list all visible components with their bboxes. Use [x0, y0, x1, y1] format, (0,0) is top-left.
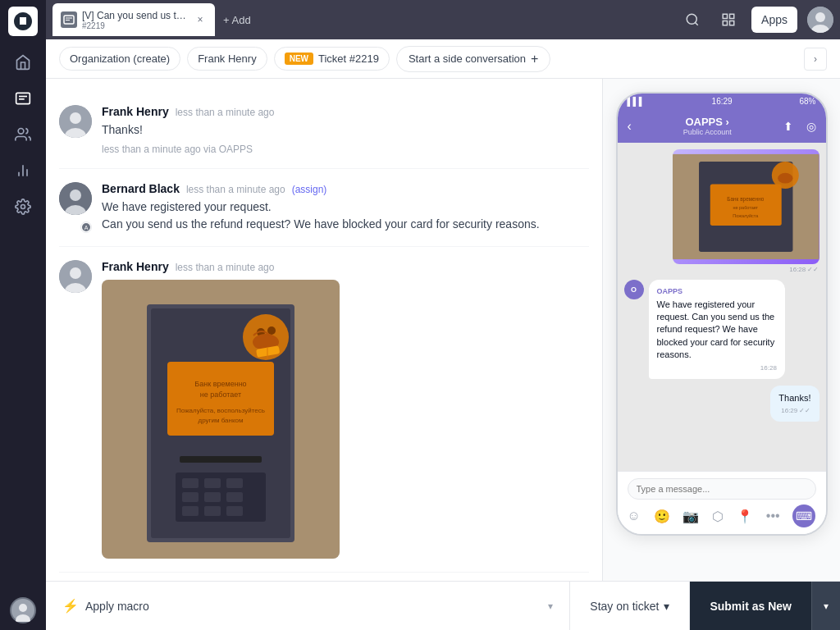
ticket-tab-number: #2219	[82, 21, 189, 30]
zendesk-logo-icon	[14, 12, 32, 30]
svg-text:не работает: не работает	[733, 205, 758, 210]
avatar	[59, 105, 92, 138]
chat-bubble-received: OAPPS We have registered your request. C…	[649, 280, 785, 379]
phone-message-input[interactable]	[628, 478, 816, 500]
chat-received-text: We have registered your request. Can you…	[657, 299, 777, 362]
submit-label: Submit as New	[710, 600, 792, 613]
svg-text:не работает: не работает	[200, 390, 241, 399]
user-avatar-icon	[11, 599, 34, 622]
svg-text:Банк временно: Банк временно	[194, 380, 246, 388]
emoji-icon[interactable]: ☺	[628, 509, 641, 523]
back-icon[interactable]: ‹	[628, 119, 632, 134]
avatar-wrap	[59, 105, 92, 155]
chat-received-bubble: O OAPPS We have registered your request.…	[624, 280, 819, 379]
chat-bubble-sent: Thanks! 16:29 ✓✓	[770, 386, 819, 422]
signal-icon: ▌▌▌	[628, 97, 645, 106]
tickets-icon	[15, 90, 31, 107]
svg-rect-52	[226, 506, 243, 516]
svg-point-9	[19, 604, 27, 612]
share-icon[interactable]: ⬆	[783, 120, 793, 133]
nav-title: OAPPS ›	[638, 116, 777, 128]
breadcrumb-org[interactable]: Organization (create)	[59, 47, 180, 71]
phone-send-button[interactable]: ⌨	[792, 504, 815, 527]
svg-rect-45	[204, 478, 221, 488]
svg-rect-50	[182, 506, 199, 516]
svg-text:Пожалуйста: Пожалуйста	[733, 213, 759, 218]
sidebar-item-home[interactable]	[7, 46, 39, 79]
chat-atm-image: Банк временно не работает Пожалуйста	[673, 149, 819, 264]
agent-badge-icon: A	[82, 223, 90, 231]
message-header: Frank Henry less than a minute ago	[102, 260, 589, 273]
ticket-tab-title: [V] Can you send us the r...	[82, 10, 189, 21]
grid-button[interactable]	[715, 7, 742, 33]
message-body: Bernard Black less than a minute ago (as…	[102, 182, 589, 233]
link-icon[interactable]: ⬡	[712, 509, 724, 524]
breadcrumb-chevron[interactable]: ›	[804, 48, 827, 71]
oapps-avatar: O	[624, 280, 644, 299]
assign-link[interactable]: (assign)	[292, 184, 327, 195]
search-button[interactable]	[679, 7, 705, 33]
location-icon[interactable]: 📍	[737, 509, 753, 524]
side-conversation-button[interactable]: Start a side conversation +	[396, 46, 550, 72]
breadcrumb-user[interactable]: Frank Henry	[187, 47, 267, 71]
svg-point-7	[21, 205, 25, 209]
sidebar-item-settings[interactable]	[7, 190, 39, 223]
message-item: Frank Henry less than a minute ago Thank…	[59, 92, 589, 169]
breadcrumb-ticket-label: Ticket #2219	[318, 52, 379, 65]
submit-button[interactable]: Submit as New	[690, 582, 811, 630]
more-icon[interactable]: •••	[766, 509, 780, 523]
chat-sent-bubble: Thanks! 16:29 ✓✓	[624, 386, 819, 422]
phone-mockup: ▌▌▌ 16:29 68% ‹ OAPPS › Public Account ⬆…	[616, 92, 828, 536]
avatar	[59, 182, 92, 215]
user-avatar-sidebar[interactable]	[10, 597, 36, 623]
message-item: A Bernard Black less than a minute ago (…	[59, 169, 589, 247]
user-avatar-frank	[59, 105, 92, 138]
home-icon	[15, 54, 31, 71]
message-time: less than a minute ago	[186, 184, 285, 195]
user-avatar-top[interactable]	[807, 7, 833, 33]
message-body: Frank Henry less than a minute ago	[102, 260, 589, 559]
bottom-bar: ⚡ Apply macro ▾ Stay on ticket ▾ Submit …	[46, 581, 840, 630]
sidebar-item-reports[interactable]	[7, 154, 39, 187]
main-content: [V] Can you send us the r... #2219 × + A…	[46, 0, 840, 630]
ticket-tab-text: [V] Can you send us the r... #2219	[82, 10, 189, 30]
chat-received-time: 16:28	[657, 363, 777, 372]
sidebar	[0, 0, 46, 630]
chat-sent-text: Thanks!	[778, 392, 810, 404]
macro-label: Apply macro	[85, 600, 149, 613]
stay-on-ticket-button[interactable]: Stay on ticket ▾	[570, 582, 690, 630]
battery-status: 68%	[799, 97, 815, 106]
sidebar-item-tickets[interactable]	[7, 82, 39, 115]
svg-rect-48	[204, 492, 221, 502]
phone-toolbar: ☺ 🙂 📷 ⬡ 📍 ••• ⌨	[628, 504, 816, 527]
message-header: Frank Henry less than a minute ago	[102, 105, 589, 118]
submit-dropdown-button[interactable]: ▾	[811, 582, 840, 630]
svg-point-66	[778, 173, 792, 184]
new-badge: NEW	[285, 52, 313, 65]
reports-icon	[15, 162, 31, 179]
nav-sub: Public Account	[638, 128, 777, 136]
ticket-tab[interactable]: [V] Can you send us the r... #2219 ×	[52, 3, 215, 36]
apps-button[interactable]: Apps	[751, 7, 797, 33]
stay-chevron-icon: ▾	[664, 600, 669, 613]
message-header: Bernard Black less than a minute ago (as…	[102, 182, 589, 195]
chat-sender-label: OAPPS	[657, 286, 777, 297]
message-body: Frank Henry less than a minute ago Thank…	[102, 105, 589, 155]
phone-input-area: ☺ 🙂 📷 ⬡ 📍 ••• ⌨	[618, 471, 826, 534]
chat-sent-time: 16:29 ✓✓	[778, 406, 810, 415]
camera-icon[interactable]: ◎	[806, 120, 816, 133]
chat-image: Банк временно не работает Пожалуйста	[673, 149, 819, 264]
add-tab-button[interactable]: + Add	[215, 9, 259, 31]
apply-macro-button[interactable]: ⚡ Apply macro ▾	[46, 582, 570, 630]
message-text: We have registered your request. Can you…	[102, 199, 589, 233]
submit-dropdown-icon: ▾	[824, 600, 829, 612]
ticket-icon	[63, 14, 75, 25]
sidebar-item-users[interactable]	[7, 118, 39, 151]
image-icon[interactable]: 📷	[682, 509, 699, 524]
tab-close-button[interactable]: ×	[194, 13, 207, 26]
breadcrumb-ticket[interactable]: NEW Ticket #2219	[274, 47, 390, 71]
sticker-icon[interactable]: 🙂	[654, 509, 670, 524]
svg-rect-49	[226, 492, 243, 502]
message-item: Frank Henry less than a minute ago	[59, 247, 589, 573]
sidebar-logo[interactable]	[8, 7, 38, 36]
